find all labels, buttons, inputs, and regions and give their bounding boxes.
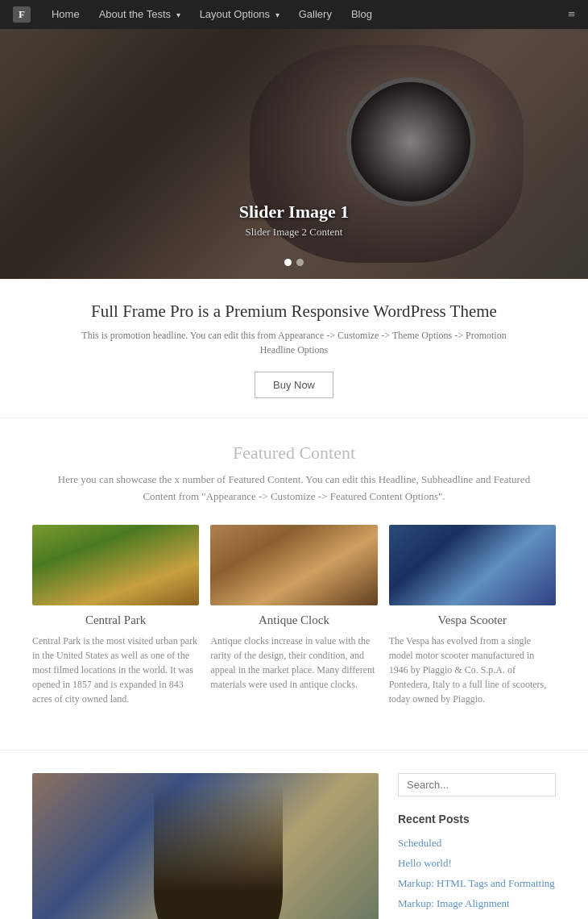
featured-title: Featured Content	[32, 443, 556, 464]
hero-title: Slider Image 1	[239, 202, 349, 222]
recent-post-link-2[interactable]: Markup: HTML Tags and Formatting	[398, 877, 555, 889]
featured-card-title-0: Central Park	[32, 613, 199, 627]
slider-dot-1[interactable]	[284, 259, 292, 266]
hero-subtitle: Slider Image 2 Content	[239, 226, 349, 239]
lower-main-image	[32, 773, 379, 919]
list-item: Markup: Image Alignment	[398, 896, 556, 911]
search-input[interactable]	[398, 773, 556, 796]
featured-card-2: Vespa Scooter The Vespa has evolved from…	[389, 525, 556, 726]
list-item: Hello world!	[398, 855, 556, 871]
hero-lens-decoration	[346, 77, 475, 206]
featured-section: Featured Content Here you can showcase t…	[0, 418, 588, 734]
nav-about[interactable]: About the Tests ▾	[89, 0, 190, 30]
promo-description: This is promotion headline. You can edit…	[64, 328, 524, 357]
lower-main-content: Clean Full Frame WordPress Theme Full Fr…	[32, 773, 379, 919]
featured-card-0: Central Park Central Park is the most vi…	[32, 525, 199, 726]
slider-dots	[284, 259, 304, 266]
featured-card-title-2: Vespa Scooter	[389, 613, 556, 627]
list-item: Markup: HTML Tags and Formatting	[398, 875, 556, 891]
nav-blog[interactable]: Blog	[342, 0, 382, 29]
dropdown-arrow-layout: ▾	[275, 10, 280, 19]
recent-post-link-1[interactable]: Hello world!	[398, 857, 452, 869]
main-nav: F Home About the Tests ▾ Layout Options …	[0, 0, 588, 29]
site-logo: F	[13, 6, 31, 23]
featured-card-1: Antique Clock Antique clocks increase in…	[210, 525, 377, 726]
featured-card-img-0	[32, 525, 199, 605]
recent-posts-list: Scheduled Hello world! Markup: HTML Tags…	[398, 835, 556, 919]
buy-now-button[interactable]: Buy Now	[255, 372, 333, 398]
hamburger-icon[interactable]: ≡	[568, 7, 575, 22]
featured-cards-container: Central Park Central Park is the most vi…	[32, 525, 556, 726]
hero-slider: Slider Image 1 Slider Image 2 Content re…	[0, 29, 588, 279]
sidebar: Recent Posts Scheduled Hello world! Mark…	[398, 773, 556, 919]
lower-section: Clean Full Frame WordPress Theme Full Fr…	[0, 750, 588, 919]
hero-text-block: Slider Image 1 Slider Image 2 Content	[239, 202, 349, 239]
lower-main-img-figure	[154, 784, 283, 919]
featured-card-title-1: Antique Clock	[210, 613, 377, 627]
featured-card-img-2	[389, 525, 556, 605]
list-item: Markup: Text Alignment	[398, 916, 556, 919]
recent-posts-title: Recent Posts	[398, 813, 556, 825]
promo-title: Full Frame Pro is a Premium Responsive W…	[64, 301, 524, 322]
recent-posts-section: Recent Posts Scheduled Hello world! Mark…	[398, 813, 556, 919]
featured-description: Here you can showcase the x number of Fe…	[52, 472, 536, 505]
featured-card-desc-1: Antique clocks increase in value with th…	[210, 634, 377, 692]
featured-card-img-1	[210, 525, 377, 605]
list-item: Scheduled	[398, 835, 556, 850]
nav-home[interactable]: Home	[42, 0, 89, 29]
recent-post-link-3[interactable]: Markup: Image Alignment	[398, 897, 510, 909]
promo-section: Full Frame Pro is a Premium Responsive W…	[0, 279, 588, 418]
featured-card-desc-0: Central Park is the most visited urban p…	[32, 634, 199, 706]
slider-dot-2[interactable]	[296, 259, 304, 266]
nav-layout[interactable]: Layout Options ▾	[190, 0, 289, 30]
recent-post-link-0[interactable]: Scheduled	[398, 837, 441, 849]
featured-card-desc-2: The Vespa has evolved from a single mode…	[389, 634, 556, 706]
nav-gallery[interactable]: Gallery	[289, 0, 342, 29]
dropdown-arrow-about: ▾	[176, 10, 180, 19]
